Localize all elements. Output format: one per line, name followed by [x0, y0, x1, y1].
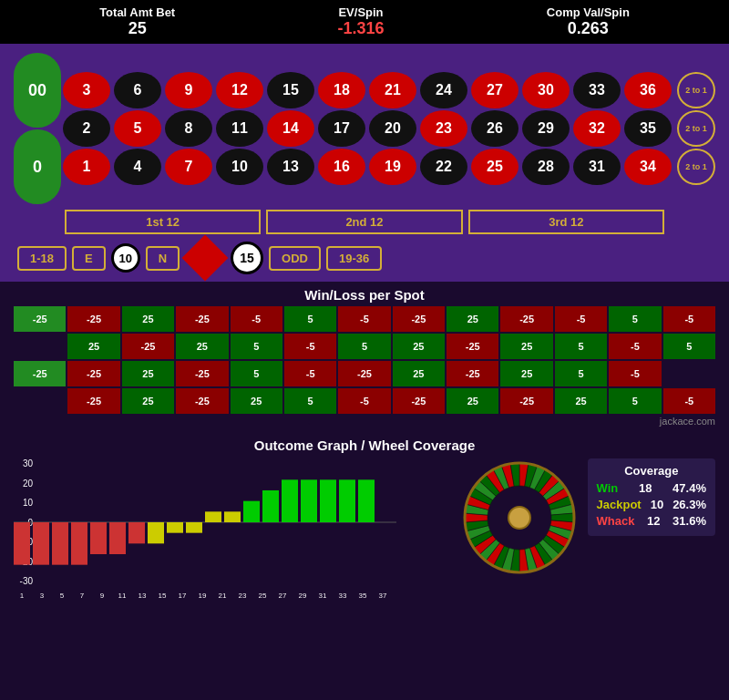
number-13[interactable]: 13: [267, 149, 314, 185]
bet-even-n[interactable]: N: [146, 246, 180, 271]
wl-cell: -25: [338, 361, 390, 386]
number-32[interactable]: 32: [573, 110, 621, 147]
payout-bot: 2 to 1: [677, 149, 715, 185]
graph-title: Outcome Graph / Wheel Coverage: [14, 438, 715, 453]
wl-cell: [14, 334, 66, 359]
number-19[interactable]: 19: [369, 149, 416, 185]
bet-row: 1-18 E 10 N 15 ODD 19-36: [14, 242, 715, 274]
number-7[interactable]: 7: [165, 149, 212, 185]
diamond-area: [185, 242, 225, 274]
wl-cell: -25: [447, 361, 498, 386]
number-grid: 3691215182124273033362581114172023262932…: [63, 72, 673, 185]
wl-cell: -5: [609, 361, 661, 386]
payout-column: 2 to 1 2 to 1 2 to 1: [677, 72, 715, 185]
dozen-2[interactable]: 2nd 12: [266, 210, 462, 234]
wl-cell: 25: [500, 361, 552, 386]
number-34[interactable]: 34: [624, 149, 672, 185]
wl-cell: 5: [609, 306, 661, 332]
number-12[interactable]: 12: [216, 72, 263, 108]
number-35[interactable]: 35: [624, 110, 672, 147]
svg-rect-15: [282, 479, 298, 522]
single-zero[interactable]: 0: [14, 129, 61, 204]
number-11[interactable]: 11: [216, 110, 263, 147]
number-2[interactable]: 2: [63, 110, 110, 147]
number-8[interactable]: 8: [165, 110, 212, 147]
wl-cell: -25: [67, 361, 119, 386]
ev-spin-value: -1.316: [337, 19, 384, 38]
wl-cell: 5: [663, 334, 715, 359]
number-3[interactable]: 3: [63, 72, 110, 108]
number-1[interactable]: 1: [63, 149, 110, 185]
number-20[interactable]: 20: [369, 110, 416, 147]
wl-cell: -25: [67, 306, 119, 332]
svg-rect-13: [243, 501, 260, 522]
whack-pct: 31.6%: [673, 514, 706, 528]
wl-cell: -25: [176, 306, 228, 332]
whack-label: Whack: [597, 514, 635, 528]
coverage-jackpot-row: Jackpot 10 26.3%: [597, 498, 706, 511]
number-24[interactable]: 24: [420, 72, 467, 108]
wl-cell: 5: [284, 306, 336, 332]
number-22[interactable]: 22: [420, 149, 467, 185]
win-label: Win: [597, 481, 619, 495]
wl-cell: -5: [284, 361, 336, 386]
svg-rect-2: [33, 522, 49, 565]
dozen-1[interactable]: 1st 12: [65, 210, 261, 234]
total-amt-label: Total Amt Bet: [99, 5, 175, 19]
number-21[interactable]: 21: [369, 72, 416, 108]
number-36[interactable]: 36: [624, 72, 672, 108]
wl-cell: -25: [176, 361, 228, 386]
winloss-section: Win/Loss per Spot -25-2525-25-55-5-2525-…: [0, 282, 729, 432]
wl-cell: -25: [67, 388, 119, 414]
double-zero[interactable]: 00: [14, 53, 61, 128]
wl-cell: -25: [393, 388, 445, 414]
graph-area: 3020100-10-20-30 13579111315171921232527…: [14, 458, 715, 604]
table-grid: 00 0 36912151821242730333625811141720232…: [14, 53, 715, 204]
bet-1-18[interactable]: 1-18: [17, 246, 67, 271]
wl-cell: 5: [231, 334, 282, 359]
wl-cell: 25: [447, 388, 498, 414]
number-29[interactable]: 29: [522, 110, 570, 147]
number-17[interactable]: 17: [318, 110, 365, 147]
wl-cell: -25: [14, 361, 66, 386]
winloss-title: Win/Loss per Spot: [14, 287, 715, 303]
number-14[interactable]: 14: [267, 110, 314, 147]
number-9[interactable]: 9: [165, 72, 212, 108]
number-18[interactable]: 18: [318, 72, 365, 108]
bet-19-36[interactable]: 19-36: [326, 246, 382, 271]
x-axis-label: 17: [174, 592, 190, 600]
bar-svg: [14, 458, 396, 586]
number-27[interactable]: 27: [471, 72, 519, 108]
number-4[interactable]: 4: [114, 149, 161, 185]
x-axis-label: 35: [354, 592, 371, 600]
x-axis-label: 21: [214, 592, 231, 600]
x-axis-label: 7: [74, 592, 90, 600]
number-10[interactable]: 10: [216, 149, 263, 185]
bet-odd[interactable]: ODD: [269, 246, 321, 271]
wl-cell: 25: [122, 361, 174, 386]
dozen-3[interactable]: 3rd 12: [468, 210, 664, 234]
number-31[interactable]: 31: [573, 149, 621, 185]
dozen-row: 1st 12 2nd 12 3rd 12: [14, 210, 715, 234]
svg-rect-16: [301, 479, 317, 522]
number-33[interactable]: 33: [573, 72, 621, 108]
number-15[interactable]: 15: [267, 72, 314, 108]
x-axis-label: 5: [54, 592, 70, 600]
x-axis-label: 29: [294, 592, 311, 600]
svg-rect-5: [90, 522, 107, 554]
bet-even[interactable]: E: [72, 246, 106, 271]
number-6[interactable]: 6: [114, 72, 161, 108]
number-25[interactable]: 25: [471, 149, 519, 185]
winloss-grid: -25-2525-25-55-5-2525-25-55-525-25255-55…: [14, 306, 715, 414]
graph-section: Outcome Graph / Wheel Coverage 3020100-1…: [0, 432, 729, 613]
number-26[interactable]: 26: [471, 110, 519, 147]
wl-cell: 25: [393, 361, 445, 386]
number-5[interactable]: 5: [114, 110, 161, 147]
x-axis-label: 37: [375, 592, 391, 600]
attribution: jackace.com: [14, 416, 715, 427]
number-23[interactable]: 23: [420, 110, 467, 147]
number-30[interactable]: 30: [522, 72, 570, 108]
comp-val-section: Comp Val/Spin 0.263: [547, 5, 630, 38]
number-16[interactable]: 16: [318, 149, 365, 185]
number-28[interactable]: 28: [522, 149, 570, 185]
